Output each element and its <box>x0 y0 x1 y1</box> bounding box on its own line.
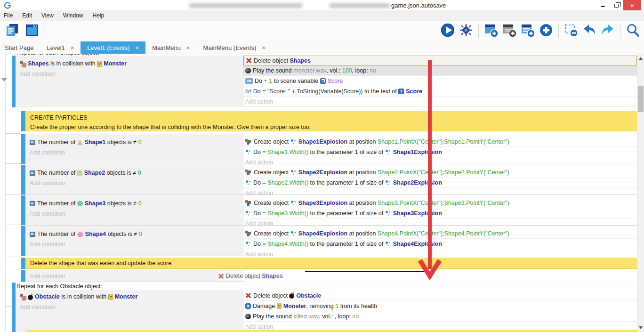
action-text: Create object <box>254 169 290 176</box>
add-comment-button[interactable] <box>501 23 518 40</box>
play-button[interactable] <box>439 23 456 40</box>
action-text: to scene variable <box>272 78 320 84</box>
shape2-square-icon <box>77 170 82 176</box>
condition-shape3-count[interactable]: The number of Shape3 objects is ≠ 0 <box>25 198 243 209</box>
action-set-size-shape2explosion[interactable]: Do = Shape2.Width() to the parameter 1 o… <box>243 178 637 188</box>
events-sheet: Repeat for each Shapes object: Shapes is… <box>0 54 637 332</box>
condition-collision-shapes-monster[interactable]: Shapes is in collision with Monster <box>16 58 243 69</box>
undo-button[interactable] <box>581 23 598 40</box>
menu-edit[interactable]: Edit <box>17 10 37 21</box>
tab-mainmenu[interactable]: MainMenu <box>145 41 196 54</box>
object-name: Shape4 <box>85 231 106 237</box>
object-name: Shapes <box>262 273 282 279</box>
action-increment-score-variable[interactable]: Do + 1 to scene variable Score <box>243 76 637 86</box>
rail-tick <box>5 272 21 272</box>
condition-text: is in collision with <box>48 60 97 67</box>
scroll-up-icon[interactable] <box>639 57 643 60</box>
add-condition-link[interactable]: Add condition <box>16 69 243 79</box>
remove-event-button[interactable] <box>563 23 580 40</box>
vertical-scrollbar[interactable] <box>637 54 644 332</box>
minimize-button[interactable] <box>596 0 610 10</box>
dragged-action-ghost[interactable]: Delete object Shapes <box>218 271 283 281</box>
comment-body: CREATE PARTICLES Create the proper one a… <box>25 111 637 131</box>
comment-body: Delete the shape that was eaten and upda… <box>25 258 637 269</box>
event-repeat-obstacle-header[interactable]: Repeat for each Obstacle object: <box>16 283 102 290</box>
action-delete-shapes-selected[interactable]: Delete object Shapes <box>243 56 637 65</box>
event-color-bar[interactable] <box>12 56 16 107</box>
shape1-triangle-icon <box>77 140 83 145</box>
event-shape4[interactable]: The number of Shape4 objects is ≠ 0 Add … <box>21 226 637 256</box>
add-event-icon <box>483 23 499 40</box>
add-subevent-button[interactable] <box>519 23 536 40</box>
event-shape1[interactable]: The number of Shape1 objects is ≠ 0 Add … <box>21 134 637 164</box>
add-other-event-button[interactable] <box>538 23 555 40</box>
main-toolbar <box>0 21 644 41</box>
action-set-size-shape3explosion[interactable]: Do = Shape3.Width() to the parameter 1 o… <box>243 208 637 219</box>
add-condition-link[interactable]: Add condition <box>16 302 243 312</box>
rail-tick <box>5 133 21 134</box>
action-text: Play the sound <box>253 313 293 320</box>
tab-close-icon[interactable] <box>136 44 139 51</box>
event-shape2[interactable]: The number of Shape2 objects is ≠ 0 Add … <box>21 165 637 195</box>
action-text: , vol.: <box>326 67 342 74</box>
text-action-icon: txt <box>245 88 251 95</box>
add-condition-link[interactable]: Add condition <box>25 147 243 158</box>
scene-editor-button[interactable] <box>24 23 40 40</box>
scrollbar-thumb[interactable] <box>638 86 644 112</box>
action-create-shape4explosion[interactable]: Create object Shape4Explosion at positio… <box>243 228 637 239</box>
add-action-link[interactable]: Add action <box>243 97 637 107</box>
tab-close-icon[interactable] <box>186 44 190 51</box>
particle-icon <box>245 241 251 247</box>
add-action-link[interactable]: Add action <box>243 272 637 282</box>
collapse-triangle-icon[interactable] <box>1 78 7 81</box>
tab-level1[interactable]: Level1 <box>40 41 80 54</box>
add-condition-link[interactable]: Add condition <box>25 271 243 282</box>
menu-view[interactable]: View <box>37 10 58 21</box>
action-delete-obstacle[interactable]: Delete object Obstacle <box>243 291 637 301</box>
tab-close-icon[interactable] <box>71 44 74 51</box>
condition-text: The number of <box>37 139 77 146</box>
tab-mainmenu-events[interactable]: MainMenu (Events) <box>197 41 272 54</box>
delete-icon <box>218 273 224 279</box>
action-damage-monster[interactable]: Damage Monster , removing 1 from its hea… <box>243 301 637 311</box>
condition-shape1-count[interactable]: The number of Shape1 objects is ≠ 0 <box>25 137 243 147</box>
collision-icon <box>20 61 26 67</box>
debug-button[interactable] <box>458 23 475 40</box>
action-set-score-text[interactable]: txt Do = "Score: " + ToString(Variable(S… <box>243 86 637 97</box>
add-condition-link[interactable]: Add condition <box>25 178 243 188</box>
search-icon <box>625 23 640 40</box>
action-create-shape2explosion[interactable]: Create object Shape2Explosion at positio… <box>243 167 637 178</box>
object-name: Shape2Explosion <box>298 169 347 176</box>
comment-delete-shape[interactable]: Delete the shape that was eaten and upda… <box>21 258 637 269</box>
scene-variable-icon <box>320 78 326 84</box>
action-set-size-shape1explosion[interactable]: Do = Shape1.Width() to the parameter 1 o… <box>243 147 637 157</box>
add-event-button[interactable] <box>483 23 499 40</box>
add-condition-link[interactable]: Add condition <box>25 239 243 250</box>
action-create-shape3explosion[interactable]: Create object Shape3Explosion at positio… <box>243 198 637 208</box>
menu-file[interactable]: File <box>0 10 17 21</box>
condition-shape4-count[interactable]: The number of Shape4 objects is ≠ 0 <box>25 229 243 239</box>
add-condition-link[interactable]: Add condition <box>25 209 243 219</box>
event-color-bar[interactable] <box>12 283 16 332</box>
menu-window[interactable]: Window <box>58 10 88 21</box>
redo-button[interactable] <box>599 23 616 40</box>
project-manager-button[interactable] <box>4 23 21 40</box>
action-create-shape1explosion[interactable]: Create object Shape1Explosion at positio… <box>243 137 637 147</box>
event-drop-target[interactable]: Add condition Delete object Shapes Add a… <box>21 270 637 282</box>
restore-button[interactable] <box>610 0 623 10</box>
close-button[interactable] <box>623 0 641 10</box>
tab-level1-events[interactable]: Level1 (Events) <box>80 41 145 54</box>
scroll-down-icon[interactable] <box>639 326 643 329</box>
condition-collision-obstacle-monster[interactable]: Obstacle is in collision with Monster <box>16 292 243 302</box>
action-set-size-shape4explosion[interactable]: Do = Shape4.Width() to the parameter 1 o… <box>243 239 637 249</box>
search-button[interactable] <box>624 23 641 40</box>
comment-create-particles[interactable]: CREATE PARTICLES Create the proper one a… <box>21 111 637 131</box>
tab-close-icon[interactable] <box>262 44 266 51</box>
text-object-icon <box>398 89 404 94</box>
event-shape3[interactable]: The number of Shape3 objects is ≠ 0 Add … <box>21 195 637 226</box>
action-play-sound-monster[interactable]: Play the sound monster.wav , vol.: 100 ,… <box>243 65 637 76</box>
menu-help[interactable]: Help <box>88 10 109 21</box>
action-play-sound-killed[interactable]: Play the sound killed.wav , vol.: , loop… <box>243 311 637 322</box>
tab-start-page[interactable]: Start Page <box>0 41 40 54</box>
condition-shape2-count[interactable]: The number of Shape2 objects is ≠ 0 <box>25 168 243 178</box>
